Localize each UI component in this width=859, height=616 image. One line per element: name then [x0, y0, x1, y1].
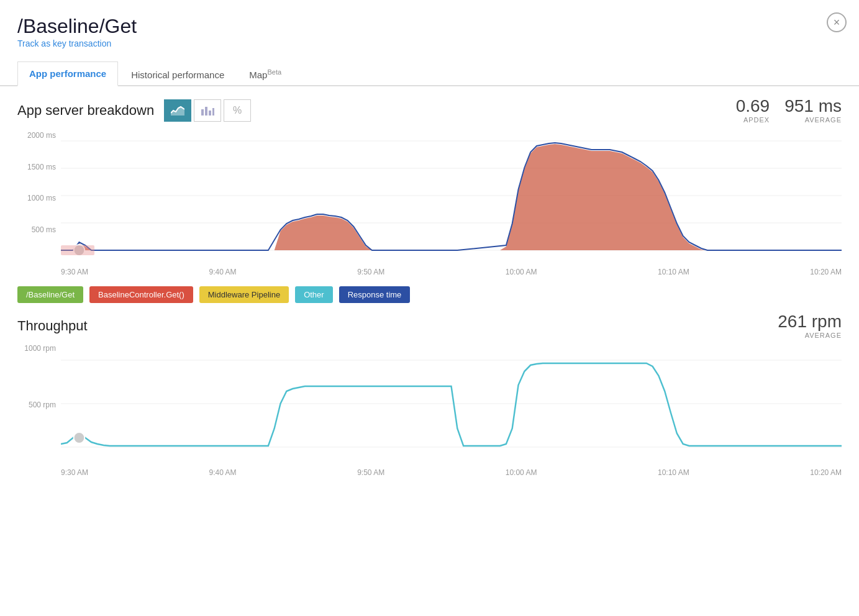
y-label-1500: 1500 ms [27, 163, 56, 171]
average-label: AVERAGE [784, 116, 842, 124]
throughput-svg [61, 342, 842, 466]
page-title: /Baseline/Get [17, 15, 842, 38]
x-axis: 9:30 AM 9:40 AM 9:50 AM 10:00 AM 10:10 A… [61, 265, 842, 276]
app-server-breakdown-section: App server breakdown [0, 86, 859, 276]
breakdown-chart-plot [61, 129, 842, 265]
x-label-1010: 10:10 AM [658, 268, 689, 276]
legend-response-time[interactable]: Response time [339, 286, 411, 303]
bar-chart-button[interactable] [194, 99, 221, 122]
throughput-chart-plot [61, 342, 842, 466]
tab-bar: App performance Historical performance M… [0, 60, 859, 86]
tab-app-performance[interactable]: App performance [17, 61, 118, 86]
svg-rect-2 [205, 107, 207, 116]
average-stat: 951 ms AVERAGE [784, 97, 842, 124]
breakdown-title: App server breakdown [17, 102, 154, 119]
average-value: 951 ms [784, 97, 842, 115]
throughput-stat: 261 rpm AVERAGE [778, 313, 842, 339]
t-x-label-930: 9:30 AM [61, 468, 88, 477]
percent-icon: % [233, 105, 242, 116]
page-header: /Baseline/Get Track as key transaction × [0, 0, 859, 54]
throughput-y-axis: 1000 rpm 500 rpm [17, 342, 61, 460]
throughput-header: Throughput 261 rpm AVERAGE [17, 313, 842, 339]
y-label-2000: 2000 ms [27, 131, 56, 140]
throughput-handle[interactable] [74, 432, 85, 443]
breakdown-svg [61, 129, 842, 265]
throughput-value: 261 rpm [778, 313, 842, 330]
svg-rect-4 [212, 108, 214, 116]
x-label-1000: 10:00 AM [506, 268, 537, 276]
close-button[interactable]: × [827, 12, 847, 32]
y-label-1000: 1000 ms [27, 194, 56, 202]
svg-rect-3 [209, 111, 211, 116]
t-x-label-950: 9:50 AM [357, 468, 384, 477]
area-chart-icon [171, 103, 184, 119]
close-icon: × [834, 16, 840, 29]
svg-rect-10 [61, 245, 94, 255]
response-fill-area [61, 144, 842, 250]
legend-baseline-controller[interactable]: BaselineController.Get() [89, 286, 193, 303]
breakdown-chart-area: 2000 ms 1500 ms 1000 ms 500 ms [17, 129, 842, 276]
t-y-label-1000: 1000 rpm [24, 344, 56, 353]
throughput-polyline [61, 363, 842, 446]
x-label-940: 9:40 AM [209, 268, 237, 276]
y-label-500: 500 ms [32, 225, 56, 234]
area-chart-button[interactable] [164, 99, 191, 122]
throughput-title: Throughput [17, 318, 88, 334]
chart-stats: 0.69 APDEX 951 ms AVERAGE [736, 97, 842, 124]
legend-middleware[interactable]: Middleware Pipeline [199, 286, 289, 303]
chart-header: App server breakdown [17, 97, 842, 124]
track-link[interactable]: Track as key transaction [17, 38, 111, 48]
throughput-x-axis: 9:30 AM 9:40 AM 9:50 AM 10:00 AM 10:10 A… [61, 466, 842, 477]
throughput-section: Throughput 261 rpm AVERAGE 1000 rpm 500 … [0, 308, 859, 477]
t-x-label-940: 9:40 AM [209, 468, 237, 477]
response-line [61, 143, 842, 250]
percent-button[interactable]: % [224, 99, 251, 122]
chart-legend: /Baseline/Get BaselineController.Get() M… [0, 276, 859, 308]
tab-historical-performance[interactable]: Historical performance [119, 63, 236, 86]
t-x-label-1000: 10:00 AM [506, 468, 537, 477]
beta-badge: Beta [267, 68, 281, 76]
chart-controls: % [164, 99, 251, 122]
t-y-label-500: 500 rpm [29, 401, 56, 409]
y-axis: 2000 ms 1500 ms 1000 ms 500 ms [17, 129, 61, 259]
legend-baseline-get[interactable]: /Baseline/Get [17, 286, 83, 303]
apdex-value: 0.69 [736, 97, 770, 115]
throughput-average-label: AVERAGE [778, 332, 842, 339]
t-x-label-1010: 10:10 AM [658, 468, 689, 477]
throughput-chart-area: 1000 rpm 500 rpm [17, 342, 842, 477]
apdex-label: APDEX [736, 116, 770, 124]
x-label-930: 9:30 AM [61, 268, 88, 276]
x-label-1020: 10:20 AM [810, 268, 842, 276]
legend-other[interactable]: Other [295, 286, 333, 303]
svg-rect-1 [201, 109, 204, 116]
apdex-stat: 0.69 APDEX [736, 97, 770, 124]
t-x-label-1020: 10:20 AM [810, 468, 842, 477]
x-label-950: 9:50 AM [357, 268, 384, 276]
bar-chart-icon [201, 103, 214, 119]
tab-map[interactable]: MapBeta [237, 61, 293, 86]
